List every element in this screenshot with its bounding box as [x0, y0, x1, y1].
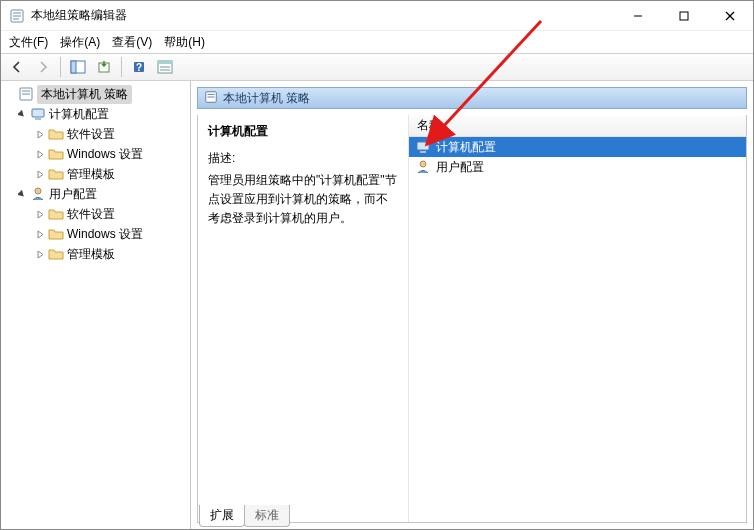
user-icon	[30, 186, 46, 202]
tree-windows-settings-user[interactable]: Windows 设置	[1, 224, 190, 244]
details-tabs: 扩展 标准	[199, 505, 289, 527]
tree-software-settings[interactable]: 软件设置	[1, 124, 190, 144]
folder-icon	[48, 166, 64, 182]
list-item-user-config[interactable]: 用户配置	[409, 157, 746, 177]
close-button[interactable]	[707, 1, 753, 31]
svg-point-28	[420, 161, 426, 167]
minimize-button[interactable]	[615, 1, 661, 31]
svg-rect-27	[420, 151, 426, 153]
expander-open-icon[interactable]	[15, 187, 29, 201]
column-header-name[interactable]: 名称	[409, 115, 746, 137]
tree-pane: 本地计算机 策略 计算机配置 软件设置 Windows 设置	[1, 81, 191, 529]
tree-root[interactable]: 本地计算机 策略	[1, 84, 190, 104]
list-item-label: 用户配置	[436, 159, 484, 176]
titlebar: 本地组策略编辑器	[1, 1, 753, 31]
window-buttons	[615, 1, 753, 31]
window-title: 本地组策略编辑器	[31, 7, 127, 24]
description-text: 管理员用组策略中的"计算机配置"节点设置应用到计算机的策略，而不考虑登录到计算机…	[208, 171, 398, 229]
description-label: 描述:	[208, 150, 398, 167]
details-header-text: 本地计算机 策略	[223, 90, 310, 107]
toolbar-separator	[60, 57, 61, 77]
tree-label: Windows 设置	[67, 226, 143, 243]
expander-closed-icon[interactable]	[33, 127, 47, 141]
details-pane: 本地计算机 策略 计算机配置 描述: 管理员用组策略中的"计算机配置"节点设置应…	[191, 81, 753, 529]
details-right-column: 名称 计算机配置 用户配置	[408, 115, 746, 522]
menu-action[interactable]: 操作(A)	[60, 34, 100, 51]
client-area: 本地计算机 策略 计算机配置 软件设置 Windows 设置	[1, 81, 753, 529]
show-tree-button[interactable]	[66, 56, 90, 78]
tree-admin-templates[interactable]: 管理模板	[1, 164, 190, 184]
expander-closed-icon[interactable]	[33, 227, 47, 241]
tree-label: 管理模板	[67, 166, 115, 183]
column-header-label: 名称	[417, 117, 441, 134]
svg-rect-20	[32, 109, 44, 117]
expander-closed-icon[interactable]	[33, 167, 47, 181]
expander-closed-icon[interactable]	[33, 247, 47, 261]
details-body: 计算机配置 描述: 管理员用组策略中的"计算机配置"节点设置应用到计算机的策略，…	[197, 115, 747, 523]
tree-label: 软件设置	[67, 206, 115, 223]
folder-icon	[48, 226, 64, 242]
tab-extended[interactable]: 扩展	[199, 505, 245, 527]
tree-user-config[interactable]: 用户配置	[1, 184, 190, 204]
menu-view[interactable]: 查看(V)	[112, 34, 152, 51]
maximize-button[interactable]	[661, 1, 707, 31]
list-item-label: 计算机配置	[436, 139, 496, 156]
toolbar-separator	[121, 57, 122, 77]
tree: 本地计算机 策略 计算机配置 软件设置 Windows 设置	[1, 84, 190, 264]
details-header: 本地计算机 策略	[197, 87, 747, 109]
computer-icon	[30, 106, 46, 122]
tree-label: 管理模板	[67, 246, 115, 263]
help-button[interactable]: ?	[127, 56, 151, 78]
folder-icon	[48, 246, 64, 262]
tree-label: 计算机配置	[49, 106, 109, 123]
toolbar: ?	[1, 53, 753, 81]
menubar: 文件(F) 操作(A) 查看(V) 帮助(H)	[1, 31, 753, 53]
tree-root-label: 本地计算机 策略	[37, 85, 132, 104]
menu-file[interactable]: 文件(F)	[9, 34, 48, 51]
tab-label: 标准	[255, 508, 279, 522]
section-title: 计算机配置	[208, 123, 398, 140]
svg-point-22	[35, 188, 41, 194]
folder-icon	[48, 206, 64, 222]
export-button[interactable]	[92, 56, 116, 78]
tree-label: 用户配置	[49, 186, 97, 203]
svg-rect-26	[417, 142, 429, 150]
tree-label: 软件设置	[67, 126, 115, 143]
app-icon	[9, 8, 25, 24]
svg-rect-14	[158, 61, 172, 64]
user-icon	[415, 159, 431, 175]
tree-windows-settings[interactable]: Windows 设置	[1, 144, 190, 164]
policy-icon	[18, 86, 34, 102]
list-item-computer-config[interactable]: 计算机配置	[409, 137, 746, 157]
tab-label: 扩展	[210, 508, 234, 522]
folder-icon	[48, 126, 64, 142]
computer-icon	[415, 139, 431, 155]
details-left-column: 计算机配置 描述: 管理员用组策略中的"计算机配置"节点设置应用到计算机的策略，…	[198, 115, 408, 522]
tree-computer-config[interactable]: 计算机配置	[1, 104, 190, 124]
folder-icon	[48, 146, 64, 162]
tree-admin-templates-user[interactable]: 管理模板	[1, 244, 190, 264]
expander-closed-icon[interactable]	[33, 147, 47, 161]
tab-standard[interactable]: 标准	[244, 505, 290, 527]
menu-help[interactable]: 帮助(H)	[164, 34, 205, 51]
forward-button[interactable]	[31, 56, 55, 78]
back-button[interactable]	[5, 56, 29, 78]
expander-closed-icon[interactable]	[33, 207, 47, 221]
svg-rect-9	[71, 61, 76, 73]
properties-button[interactable]	[153, 56, 177, 78]
svg-rect-21	[35, 118, 41, 120]
svg-text:?: ?	[136, 62, 142, 73]
svg-rect-5	[680, 12, 688, 20]
expander-open-icon[interactable]	[15, 107, 29, 121]
policy-icon	[204, 90, 218, 107]
tree-software-settings-user[interactable]: 软件设置	[1, 204, 190, 224]
tree-label: Windows 设置	[67, 146, 143, 163]
